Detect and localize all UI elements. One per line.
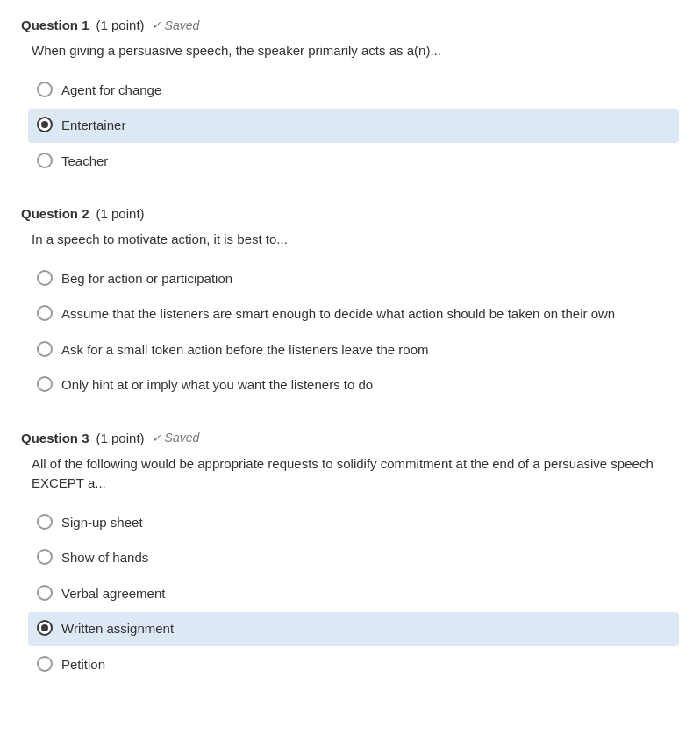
option-label-3-2: Show of hands — [61, 548, 148, 568]
option-label-3-3: Verbal agreement — [61, 584, 165, 604]
radio-button-2-4[interactable] — [37, 376, 53, 392]
question-header-2: Question 2(1 point) — [21, 206, 679, 221]
option-item-3-2[interactable]: Show of hands — [28, 541, 679, 575]
radio-button-3-4[interactable] — [37, 620, 53, 636]
saved-badge-3: ✓Saved — [152, 431, 200, 445]
option-label-2-2: Assume that the listeners are smart enou… — [61, 304, 615, 324]
radio-button-1-2[interactable] — [37, 117, 53, 132]
options-list-2: Beg for action or participationAssume th… — [28, 262, 679, 403]
radio-button-2-2[interactable] — [37, 305, 53, 321]
option-item-2-1[interactable]: Beg for action or participation — [28, 262, 679, 296]
option-item-3-5[interactable]: Petition — [28, 648, 679, 682]
option-label-3-4: Written assignment — [61, 619, 174, 639]
option-label-2-1: Beg for action or participation — [61, 269, 232, 289]
question-title-3: Question 3 — [21, 431, 89, 445]
radio-button-1-3[interactable] — [37, 153, 53, 168]
radio-button-2-3[interactable] — [37, 341, 53, 357]
saved-check-icon-1: ✓ — [152, 18, 161, 32]
option-item-2-3[interactable]: Ask for a small token action before the … — [28, 333, 679, 367]
radio-button-2-1[interactable] — [37, 270, 53, 286]
radio-button-3-3[interactable] — [37, 585, 53, 601]
option-item-3-3[interactable]: Verbal agreement — [28, 577, 679, 611]
question-block-1: Question 1(1 point)✓SavedWhen giving a p… — [21, 18, 679, 178]
option-label-2-3: Ask for a small token action before the … — [61, 340, 429, 360]
question-text-1: When giving a persuasive speech, the spe… — [32, 41, 679, 61]
options-list-3: Sign-up sheetShow of handsVerbal agreeme… — [28, 506, 679, 682]
question-header-1: Question 1(1 point)✓Saved — [21, 18, 679, 32]
option-label-3-5: Petition — [61, 655, 105, 675]
saved-label-1: Saved — [165, 18, 200, 32]
option-label-1-2: Entertainer — [61, 116, 125, 136]
question-block-3: Question 3(1 point)✓SavedAll of the foll… — [21, 431, 679, 682]
option-label-3-1: Sign-up sheet — [61, 513, 143, 533]
radio-button-3-5[interactable] — [37, 656, 53, 672]
question-points-2: (1 point) — [96, 206, 145, 221]
options-list-1: Agent for changeEntertainerTeacher — [28, 74, 679, 179]
question-title-1: Question 1 — [21, 18, 89, 32]
option-item-1-2[interactable]: Entertainer — [28, 109, 679, 143]
question-text-2: In a speech to motivate action, it is be… — [32, 230, 679, 250]
question-points-3: (1 point) — [96, 431, 145, 445]
question-text-3: All of the following would be appropriat… — [32, 454, 679, 494]
saved-check-icon-3: ✓ — [152, 431, 161, 445]
question-header-3: Question 3(1 point)✓Saved — [21, 431, 679, 445]
option-item-2-4[interactable]: Only hint at or imply what you want the … — [28, 368, 679, 403]
radio-inner-3-4 — [41, 624, 48, 631]
saved-label-3: Saved — [165, 431, 200, 445]
option-item-2-2[interactable]: Assume that the listeners are smart enou… — [28, 297, 679, 331]
option-item-1-1[interactable]: Agent for change — [28, 74, 679, 108]
radio-inner-1-2 — [41, 121, 48, 128]
option-label-1-3: Teacher — [61, 152, 108, 172]
radio-button-3-2[interactable] — [37, 549, 53, 565]
option-item-3-1[interactable]: Sign-up sheet — [28, 506, 679, 540]
radio-button-3-1[interactable] — [37, 514, 53, 530]
question-block-2: Question 2(1 point)In a speech to motiva… — [21, 206, 679, 403]
radio-button-1-1[interactable] — [37, 82, 53, 97]
option-item-3-4[interactable]: Written assignment — [28, 612, 679, 646]
question-points-1: (1 point) — [96, 18, 145, 32]
quiz-container: Question 1(1 point)✓SavedWhen giving a p… — [21, 18, 679, 681]
option-label-1-1: Agent for change — [61, 81, 161, 101]
saved-badge-1: ✓Saved — [152, 18, 200, 32]
option-item-1-3[interactable]: Teacher — [28, 145, 679, 179]
option-label-2-4: Only hint at or imply what you want the … — [61, 375, 373, 395]
question-title-2: Question 2 — [21, 206, 89, 221]
